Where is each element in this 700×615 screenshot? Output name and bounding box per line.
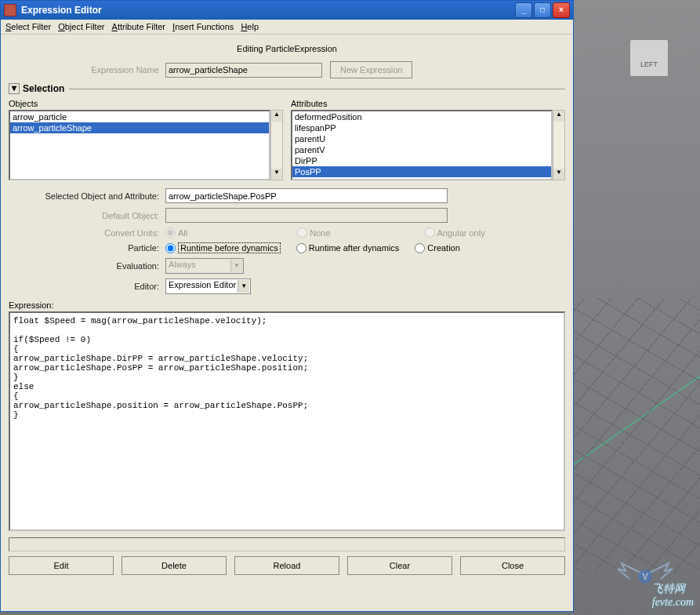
chevron-down-icon: ▼ bbox=[230, 260, 242, 272]
default-object-label: Default Object: bbox=[9, 211, 165, 220]
expression-editor-window: Expression Editor _ □ × Select Filter Ob… bbox=[0, 0, 574, 612]
evaluation-label: Evaluation: bbox=[9, 261, 165, 271]
reload-button[interactable]: Reload bbox=[234, 556, 339, 575]
status-bar bbox=[9, 537, 565, 551]
scrollbar[interactable]: ▲ ▼ bbox=[270, 110, 283, 180]
close-window-button[interactable]: × bbox=[553, 2, 570, 18]
edit-button[interactable]: Edit bbox=[9, 556, 114, 575]
maximize-button[interactable]: □ bbox=[534, 2, 551, 18]
delete-button[interactable]: Delete bbox=[122, 556, 227, 575]
list-item[interactable]: lifespanPP bbox=[292, 122, 551, 133]
menu-attribute-filter[interactable]: Attribute Filter bbox=[112, 22, 165, 31]
radio-creation[interactable]: Creation bbox=[415, 243, 460, 253]
menu-insert-functions[interactable]: Insert Functions bbox=[172, 22, 234, 31]
view-cube[interactable]: LEFT bbox=[629, 39, 669, 77]
list-item[interactable]: arrow_particleShape bbox=[10, 122, 269, 133]
menu-object-filter[interactable]: Object Filter bbox=[58, 22, 104, 31]
evaluation-select[interactable]: Always ▼ bbox=[165, 258, 244, 274]
attributes-listbox[interactable]: deformedPosition lifespanPP parentU pare… bbox=[291, 110, 553, 180]
scroll-up-icon[interactable]: ▲ bbox=[553, 111, 564, 122]
selected-attr-input[interactable] bbox=[165, 188, 448, 203]
list-item[interactable]: deformedPosition bbox=[292, 111, 551, 122]
expression-name-label: Expression Name bbox=[9, 65, 165, 75]
expression-name-input[interactable] bbox=[165, 63, 322, 78]
window-titlebar[interactable]: Expression Editor _ □ × bbox=[1, 1, 573, 20]
expression-textarea[interactable] bbox=[9, 311, 565, 531]
section-divider bbox=[69, 89, 565, 89]
watermark-text: 飞特网 fevte.com bbox=[652, 582, 694, 609]
section-title: Selection bbox=[23, 83, 64, 94]
expression-label: Expression: bbox=[9, 300, 565, 310]
list-item[interactable]: DirPP bbox=[292, 155, 551, 166]
menu-select-filter[interactable]: Select Filter bbox=[5, 22, 51, 31]
svg-text:V: V bbox=[643, 573, 648, 581]
scroll-down-icon[interactable]: ▼ bbox=[271, 169, 282, 180]
editor-label: Editor: bbox=[9, 282, 165, 291]
clear-button[interactable]: Clear bbox=[347, 556, 452, 575]
app-icon bbox=[4, 4, 16, 16]
editing-heading: Editing ParticleExpression bbox=[9, 41, 565, 61]
list-item[interactable]: parentU bbox=[292, 133, 551, 144]
chevron-down-icon: ▼ bbox=[238, 280, 249, 293]
new-expression-button[interactable]: New Expression bbox=[330, 61, 412, 78]
objects-listbox[interactable]: arrow_particle arrow_particleShape bbox=[9, 110, 270, 180]
scroll-up-icon[interactable]: ▲ bbox=[271, 111, 282, 122]
menubar: Select Filter Object Filter Attribute Fi… bbox=[1, 20, 573, 35]
radio-all: All bbox=[165, 227, 187, 238]
scrollbar[interactable]: ▲ ▼ bbox=[553, 110, 565, 180]
default-object-input bbox=[165, 208, 448, 223]
menu-help[interactable]: Help bbox=[241, 22, 259, 31]
radio-angular: Angular only bbox=[425, 227, 485, 238]
close-button[interactable]: Close bbox=[460, 556, 565, 575]
selected-attr-label: Selected Object and Attribute: bbox=[9, 191, 165, 201]
list-item[interactable]: arrow_particle bbox=[10, 111, 269, 122]
scroll-down-icon[interactable]: ▼ bbox=[553, 169, 564, 180]
window-title: Expression Editor bbox=[21, 5, 102, 16]
editor-select[interactable]: Expression Editor ▼ bbox=[165, 278, 251, 294]
radio-runtime-before[interactable]: Runtime before dynamics bbox=[165, 242, 281, 253]
section-toggle-icon[interactable]: ▾ bbox=[9, 83, 20, 94]
minimize-button[interactable]: _ bbox=[515, 2, 532, 18]
particle-label: Particle: bbox=[9, 243, 165, 253]
list-item[interactable]: parentV bbox=[292, 144, 551, 155]
objects-label: Objects bbox=[9, 99, 283, 108]
radio-none: None bbox=[297, 227, 330, 238]
radio-runtime-after[interactable]: Runtime after dynamics bbox=[296, 243, 400, 253]
attributes-label: Attributes bbox=[291, 99, 565, 108]
convert-units-label: Convert Units: bbox=[9, 228, 165, 238]
list-item[interactable]: PosPP bbox=[292, 166, 551, 177]
